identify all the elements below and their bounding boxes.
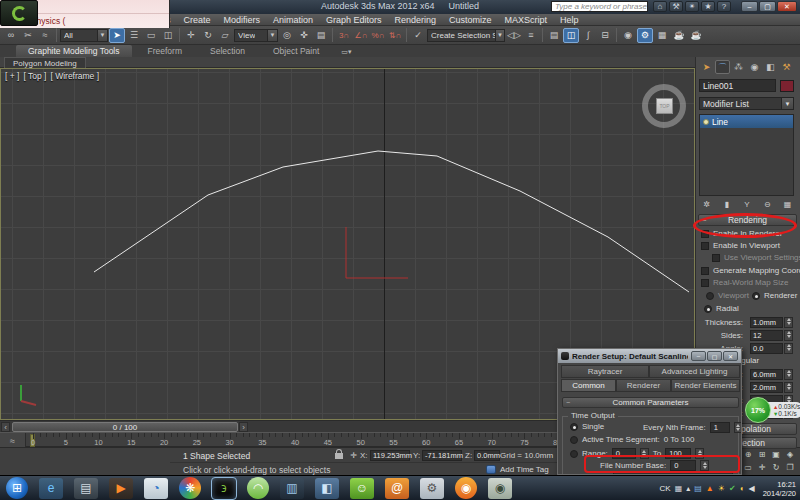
window-crossing-icon[interactable]: ◫ [160, 28, 176, 43]
length-field[interactable]: 6.0mm [750, 369, 783, 380]
thickness-spinner[interactable] [784, 317, 793, 328]
mirror-icon[interactable]: ◁▷ [506, 28, 522, 43]
sides-spinner[interactable] [784, 330, 793, 341]
taskbar-window-gear-icon[interactable]: ⚙ [420, 478, 444, 499]
search-home-icon[interactable]: ⌂ [653, 1, 667, 12]
taskbar-app-orange-swirl-icon[interactable]: @ [385, 478, 409, 499]
favorites-star-icon[interactable]: ★ [701, 1, 715, 12]
range-to-spinner[interactable] [695, 448, 704, 459]
viewport-general-menu[interactable]: [ + ] [5, 71, 19, 81]
maximize-viewport-icon[interactable]: ❐ [783, 461, 797, 473]
pan-icon[interactable]: ✛ [755, 461, 769, 473]
thickness-field[interactable]: 1.0mm [750, 317, 783, 328]
enable-in-viewport-row[interactable]: Enable In Viewport [701, 241, 780, 250]
stack-item-line[interactable]: Line [700, 115, 793, 128]
time-slider-handle[interactable]: 0 / 100 [12, 422, 238, 432]
menu-animation[interactable]: Animation [273, 15, 313, 25]
menu-help[interactable]: Help [560, 15, 579, 25]
rendered-frame-window-icon[interactable]: ▦ [654, 28, 670, 43]
active-time-segment-row[interactable]: Active Time Segment: 0 To 100 [570, 435, 694, 444]
close-button[interactable]: ✕ [777, 1, 797, 12]
single-radio-row[interactable]: Single [570, 422, 604, 431]
menu-create[interactable]: Create [183, 15, 210, 25]
application-menu-button[interactable] [0, 0, 38, 26]
y-coordinate-field[interactable]: -71.181mm [422, 450, 462, 461]
ribbon-minimize-icon[interactable]: ▭▾ [335, 47, 357, 57]
speed-ball-percent[interactable]: 17% [745, 397, 771, 423]
show-end-result-icon[interactable]: ▮ [720, 198, 733, 211]
chevron-down-icon[interactable]: ▼ [781, 98, 793, 109]
snap-toggle-icon[interactable]: 3∩ [336, 28, 352, 43]
viewport-pov-menu[interactable]: [ Top ] [23, 71, 46, 81]
range-row[interactable]: Range: 0 To 100 [570, 448, 704, 459]
menu-maxscript[interactable]: MAXScript [505, 15, 548, 25]
renderer-radio-row[interactable]: Renderer [752, 291, 797, 300]
named-selection-set-dropdown[interactable]: Create Selection Se▼ [427, 29, 505, 42]
dialog-tab-common[interactable]: Common [561, 379, 616, 392]
dialog-tab-renderer[interactable]: Renderer [616, 379, 671, 392]
dialog-title-bar[interactable]: Render Setup: Default Scanline Rend... –… [558, 349, 741, 363]
remove-modifier-icon[interactable]: ⊖ [761, 198, 774, 211]
taskbar-messenger-green-icon[interactable]: ☺ [350, 478, 374, 499]
enable-in-renderer-row[interactable]: Enable In Renderer [701, 229, 782, 238]
network-speed-widget[interactable]: 17% 0.03K/s 0.1K/s [745, 397, 800, 423]
render-setup-dialog[interactable]: Render Setup: Default Scanline Rend... –… [557, 348, 742, 475]
layer-manager-icon[interactable]: ▤ [546, 28, 562, 43]
taskbar-clock[interactable]: 16:212014/2/20 [763, 480, 798, 498]
sides-field[interactable]: 12 [750, 330, 783, 341]
tray-keyboard-icon[interactable]: ▦ [675, 484, 683, 493]
menu-rendering[interactable]: Rendering [395, 15, 437, 25]
align-icon[interactable]: ≡ [523, 28, 539, 43]
range-from-spinner[interactable] [640, 448, 649, 459]
dialog-minimize-button[interactable]: – [691, 351, 706, 361]
curve-editor-icon[interactable]: ∫ [580, 28, 596, 43]
add-time-tag[interactable]: Add Time Tag [500, 465, 549, 474]
tray-app-blue-icon[interactable]: ▤ [694, 484, 702, 493]
select-and-manipulate-icon[interactable]: ✜ [296, 28, 312, 43]
enable-in-renderer-checkbox[interactable] [701, 230, 709, 238]
pin-stack-icon[interactable]: ✲ [700, 198, 713, 211]
zoom-all-icon[interactable]: ⊞ [755, 448, 769, 460]
generate-mapping-row[interactable]: Generate Mapping Coords. [701, 266, 800, 275]
viewcube[interactable]: TOP [642, 84, 690, 132]
real-world-map-row[interactable]: Real-World Map Size [701, 278, 788, 287]
taskbar-video-film-icon[interactable]: ▥ [280, 478, 304, 499]
minimize-button[interactable]: – [741, 1, 758, 12]
taskbar-ie-icon[interactable]: e [39, 478, 63, 499]
ribbon-tab-selection[interactable]: Selection [198, 45, 257, 57]
render-setup-icon[interactable]: ⚙ [637, 28, 653, 43]
tab-motion[interactable]: ◉ [747, 60, 762, 74]
start-button[interactable]: ⊞ [6, 477, 28, 499]
angle-field[interactable]: 0.0 [750, 343, 783, 354]
width-spinner[interactable] [784, 382, 793, 393]
select-and-link-icon[interactable]: ∞ [3, 28, 19, 43]
menu-customize[interactable]: Customize [449, 15, 492, 25]
modifier-stack[interactable]: Line [699, 114, 794, 196]
search-box[interactable]: Type a keyword or phrase [551, 1, 648, 12]
material-editor-icon[interactable]: ◉ [620, 28, 636, 43]
selection-lock-icon[interactable] [335, 453, 343, 459]
real-world-map-checkbox[interactable] [701, 279, 709, 287]
tray-weather-icon[interactable]: ☀ [718, 484, 725, 493]
previous-frame-button[interactable]: ‹ [1, 422, 10, 432]
common-parameters-rollout[interactable]: −Common Parameters [562, 397, 739, 408]
menu-modifiers[interactable]: Modifiers [223, 15, 260, 25]
orbit-icon[interactable]: ↻ [769, 461, 783, 473]
dialog-tab-render-elements[interactable]: Render Elements [671, 379, 740, 392]
taskbar-player-orange-icon[interactable]: ▶ [109, 478, 133, 499]
ribbon-tab-graphite-modeling-tools[interactable]: Graphite Modeling Tools [16, 45, 132, 57]
zoom-region-icon[interactable]: ▭ [741, 461, 755, 473]
rectangular-selection-icon[interactable]: ▭ [143, 28, 159, 43]
tray-input-indicator[interactable]: CK [660, 484, 671, 493]
select-and-scale-icon[interactable]: ▱ [217, 28, 233, 43]
length-spinner[interactable] [784, 369, 793, 380]
chevron-down-icon[interactable]: ▼ [495, 30, 504, 41]
spinner-snap-icon[interactable]: ⇅∩ [387, 28, 403, 43]
radial-radio[interactable] [704, 305, 712, 313]
tab-utilities[interactable]: ⚒ [779, 60, 794, 74]
tray-shield-icon[interactable]: ✔ [729, 484, 736, 493]
reference-coordinate-dropdown[interactable]: View▼ [234, 29, 278, 42]
taskbar-3dsmax-icon[interactable]: ϶ [212, 478, 236, 499]
search-wrench-icon[interactable]: ⚒ [669, 1, 683, 12]
menu-graph-editors[interactable]: Graph Editors [326, 15, 382, 25]
